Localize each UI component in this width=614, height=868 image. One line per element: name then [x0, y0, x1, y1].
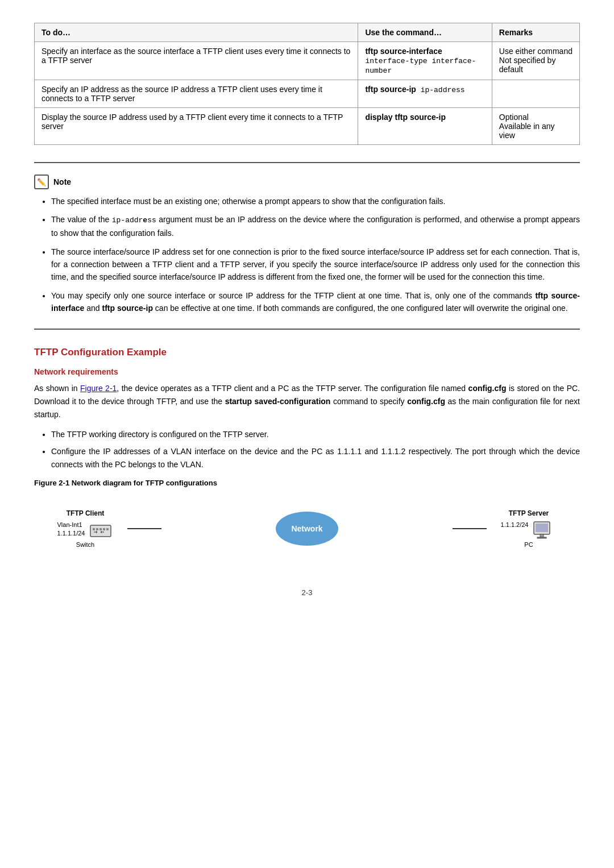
server-device-label: PC — [524, 541, 533, 548]
requirement-list: The TFTP working directory is configured… — [34, 428, 580, 471]
note-item-3: The source interface/source IP address s… — [51, 246, 580, 284]
req-item-1: The TFTP working directory is configured… — [51, 428, 580, 441]
note-item-2: The value of the ip-address argument mus… — [51, 213, 580, 239]
figure-link[interactable]: Figure 2-1 — [80, 384, 117, 393]
command-mono-2: ip-address — [416, 86, 465, 94]
svg-text:Network: Network — [291, 524, 322, 533]
col-header-todo: To do… — [35, 23, 358, 42]
svg-rect-0 — [90, 525, 111, 537]
command-cell-2: tftp source-ip ip-address — [358, 80, 492, 108]
note4-bold2: tftp source-ip — [102, 304, 153, 313]
svg-rect-4 — [103, 528, 105, 530]
note-item-1: The specified interface must be an exist… — [51, 195, 580, 207]
client-ip-label: 1.1.1.1/24 — [57, 529, 85, 538]
vlan-label: Vlan-Int1 — [57, 521, 85, 529]
note-section: Note The specified interface must be an … — [34, 175, 580, 315]
tftp-client-label: TFTP Client — [67, 509, 104, 517]
note-header: Note — [34, 175, 580, 189]
command-table: To do… Use the command… Remarks Specify … — [34, 23, 580, 145]
svg-rect-3 — [99, 528, 102, 530]
client-device-box: Vlan-Int1 1.1.1.1/24 — [57, 521, 114, 548]
line-right — [453, 528, 487, 529]
note-label: Note — [53, 177, 71, 186]
page-number: 2-3 — [34, 588, 580, 597]
tftp-config-section: TFTP Configuration Example Network requi… — [34, 347, 580, 566]
note-inline-code: ip-address — [112, 216, 156, 225]
client-device-label: Switch — [76, 541, 94, 548]
svg-rect-9 — [536, 524, 548, 532]
tftp-server-group: TFTP Server 1.1.1.2/24 — [489, 509, 569, 548]
svg-rect-10 — [540, 534, 544, 537]
todo-cell-3: Display the source IP address used by a … — [35, 108, 358, 145]
note-item-4: You may specify only one source interfac… — [51, 289, 580, 315]
svg-rect-5 — [106, 528, 109, 530]
remarks-cell-1: Use either commandNot specified by defau… — [492, 42, 579, 80]
command-cell-3: display tftp source-ip — [358, 108, 492, 145]
figure-container: TFTP Client Vlan-Int1 1.1.1.1/24 — [34, 492, 580, 566]
table-row: Specify an interface as the source inter… — [35, 42, 580, 80]
line-left — [127, 528, 161, 529]
todo-cell-2: Specify an IP address as the source IP a… — [35, 80, 358, 108]
network-diagram: TFTP Client Vlan-Int1 1.1.1.1/24 — [34, 497, 580, 560]
svg-rect-1 — [93, 528, 95, 530]
tftp-server-label: TFTP Server — [509, 509, 549, 517]
command-cell-1: tftp source-interface interface-type int… — [358, 42, 492, 80]
svg-rect-11 — [537, 537, 546, 538]
config-bold-2: config.cfg — [407, 397, 445, 406]
svg-rect-2 — [96, 528, 98, 530]
command-mono-1: interface-type interface-number — [365, 57, 476, 75]
server-device-box: 1.1.1.2/24 PC — [501, 521, 557, 548]
command-bold-3: display tftp source-ip — [365, 113, 446, 122]
note-icon — [34, 175, 49, 189]
server-ip-label: 1.1.1.2/24 — [501, 521, 529, 528]
col-header-remarks: Remarks — [492, 23, 579, 42]
table-row: Display the source IP address used by a … — [35, 108, 580, 145]
pc-icon — [532, 521, 557, 541]
section-title: TFTP Configuration Example — [34, 347, 580, 358]
remarks-cell-2 — [492, 80, 579, 108]
table-row: Specify an IP address as the source IP a… — [35, 80, 580, 108]
req-item-2: Configure the IP addresses of a VLAN int… — [51, 445, 580, 471]
tftp-client-group: TFTP Client Vlan-Int1 1.1.1.1/24 — [45, 509, 125, 548]
subsection-title: Network requirements — [34, 367, 580, 376]
divider-bottom — [34, 329, 580, 330]
todo-cell-1: Specify an interface as the source inter… — [35, 42, 358, 80]
network-cloud-wrap: Network — [164, 509, 450, 549]
col-header-command: Use the command… — [358, 23, 492, 42]
config-bold-1: config.cfg — [468, 384, 507, 393]
startup-cmd-bold: startup saved-configuration — [225, 397, 331, 406]
figure-caption: Figure 2-1 Network diagram for TFTP conf… — [34, 479, 580, 487]
network-cloud: Network — [273, 509, 341, 549]
divider-top — [34, 162, 580, 163]
switch-icon — [88, 521, 113, 541]
section-para1: As shown in Figure 2-1, the device opera… — [34, 382, 580, 421]
command-bold-2: tftp source-ip — [365, 85, 416, 94]
command-bold-1: tftp source-interface — [365, 47, 442, 56]
note-list: The specified interface must be an exist… — [34, 195, 580, 315]
remarks-cell-3: OptionalAvailable in any view — [492, 108, 579, 145]
